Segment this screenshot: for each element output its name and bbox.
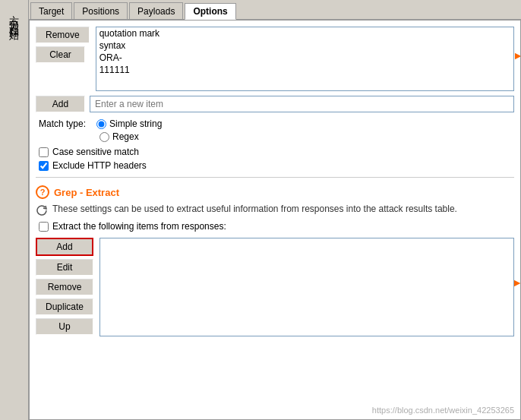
main-area: Target Positions Payloads Options Remove… bbox=[29, 0, 521, 420]
top-button-column: Remove Clear bbox=[36, 27, 90, 91]
tab-bar: Target Positions Payloads Options bbox=[29, 0, 521, 20]
top-section: Remove Clear quotation mark syntax ORA- … bbox=[36, 27, 514, 91]
match-type-label: Match type: bbox=[39, 118, 92, 129]
watermark: https://blog.csdn.net/weixin_42253265 bbox=[372, 406, 514, 415]
radio-simple-string[interactable]: Simple string bbox=[96, 118, 162, 129]
grep-button-column: Add Edit Remove Duplicate Up bbox=[36, 238, 93, 336]
grep-desc-row: These settings can be used to extract us… bbox=[36, 204, 514, 216]
extract-items-checkbox[interactable] bbox=[39, 222, 49, 232]
radio-simple-string-label: Simple string bbox=[109, 118, 162, 129]
refresh-icon bbox=[36, 204, 48, 216]
grep-extract-section: ? Grep - Extract These settings can be u… bbox=[36, 184, 514, 336]
grep-add-button[interactable]: Add bbox=[36, 238, 93, 256]
grep-extract-checkbox-row: Extract the following items from respons… bbox=[36, 221, 514, 232]
radio-regex-label: Regex bbox=[112, 131, 139, 142]
exclude-http-checkbox[interactable] bbox=[39, 161, 49, 171]
tab-options[interactable]: Options bbox=[185, 3, 235, 20]
list-item[interactable]: syntax bbox=[96, 39, 513, 52]
match-type-row: Match type: Simple string bbox=[39, 118, 514, 129]
case-sensitive-checkbox[interactable] bbox=[39, 147, 49, 157]
scroll-arrow-right: ► bbox=[513, 49, 521, 62]
list-area: quotation mark syntax ORA- 111111 ► bbox=[96, 27, 514, 91]
grep-remove-button[interactable]: Remove bbox=[36, 279, 93, 295]
add-button[interactable]: Add bbox=[36, 96, 85, 112]
radio-regex-input[interactable] bbox=[99, 132, 109, 142]
divider bbox=[36, 177, 514, 178]
sidebar: 六 中 另 档 踩 始 bbox=[0, 0, 29, 420]
grep-title: Grep - Extract bbox=[54, 187, 119, 198]
grep-bottom: Add Edit Remove Duplicate Up ► bbox=[36, 238, 514, 336]
grep-duplicate-button[interactable]: Duplicate bbox=[36, 298, 93, 315]
match-type-section: Match type: Simple string Regex bbox=[36, 118, 514, 142]
grep-edit-button[interactable]: Edit bbox=[36, 259, 93, 276]
add-row: Add bbox=[36, 96, 514, 112]
tab-target[interactable]: Target bbox=[30, 2, 72, 19]
grep-list-area: ► bbox=[99, 238, 514, 336]
content-area: Remove Clear quotation mark syntax ORA- … bbox=[29, 20, 521, 420]
remove-button[interactable]: Remove bbox=[36, 27, 90, 43]
case-sensitive-row: Case sensitive match bbox=[36, 147, 514, 157]
tab-positions[interactable]: Positions bbox=[74, 2, 128, 19]
tab-payloads[interactable]: Payloads bbox=[129, 2, 183, 19]
grep-help-icon[interactable]: ? bbox=[36, 185, 49, 199]
clear-button[interactable]: Clear bbox=[36, 46, 85, 63]
radio-simple-string-input[interactable] bbox=[96, 119, 106, 129]
case-sensitive-label: Case sensitive match bbox=[52, 147, 139, 157]
list-item[interactable]: quotation mark bbox=[96, 27, 513, 39]
new-item-input[interactable] bbox=[90, 96, 514, 112]
grep-up-button[interactable]: Up bbox=[36, 318, 93, 335]
grep-header: ? Grep - Extract bbox=[36, 185, 514, 199]
radio-regex[interactable]: Regex bbox=[99, 131, 139, 142]
exclude-http-label: Exclude HTTP headers bbox=[52, 160, 147, 171]
extract-items-label: Extract the following items from respons… bbox=[52, 221, 226, 232]
grep-scroll-arrow: ► bbox=[512, 276, 521, 289]
list-item[interactable]: ORA- bbox=[96, 52, 513, 64]
list-item[interactable]: 111111 bbox=[96, 64, 513, 76]
exclude-http-row: Exclude HTTP headers bbox=[36, 160, 514, 171]
radio-regex-row: Regex bbox=[39, 131, 514, 142]
grep-description: These settings can be used to extract us… bbox=[52, 204, 457, 214]
payload-list[interactable]: quotation mark syntax ORA- 111111 bbox=[96, 27, 514, 91]
